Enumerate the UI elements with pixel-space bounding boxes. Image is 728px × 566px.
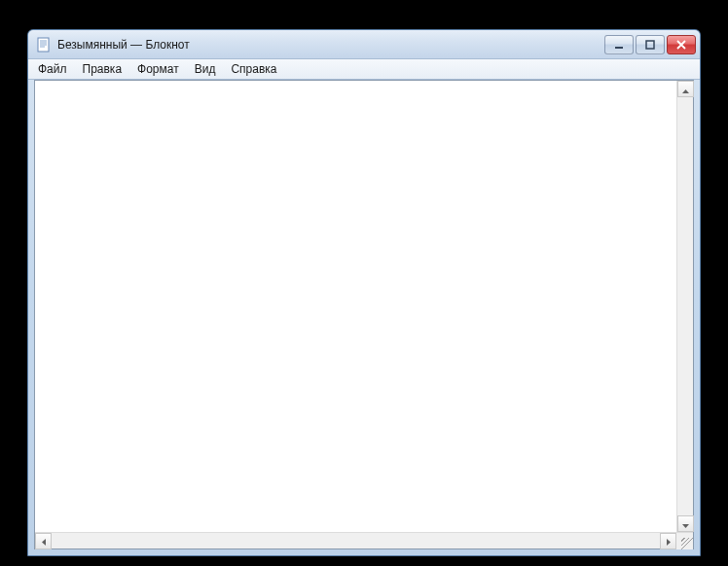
scroll-down-button[interactable] [677, 515, 694, 532]
window-title: Безымянный — Блокнот [57, 38, 604, 52]
chevron-right-icon [667, 535, 671, 548]
close-button[interactable] [667, 35, 696, 54]
minimize-button[interactable] [604, 35, 634, 54]
editor-frame [34, 80, 694, 549]
menu-help[interactable]: Справка [223, 59, 284, 79]
grip-icon [681, 538, 693, 549]
svg-rect-5 [615, 47, 623, 49]
menubar: Файл Правка Формат Вид Справка [28, 59, 700, 80]
text-editor[interactable] [35, 81, 676, 532]
menu-edit[interactable]: Правка [75, 59, 130, 79]
scroll-track-vertical[interactable] [677, 97, 693, 515]
maximize-button[interactable] [636, 35, 665, 54]
menu-file[interactable]: Файл [30, 59, 75, 79]
chevron-down-icon [682, 517, 689, 531]
scroll-left-button[interactable] [35, 533, 52, 549]
scroll-track-horizontal[interactable] [52, 533, 660, 548]
resize-grip[interactable] [676, 533, 693, 549]
maximize-icon [645, 40, 655, 50]
close-icon [676, 40, 686, 50]
chevron-left-icon [42, 535, 46, 548]
notepad-window: Безымянный — Блокнот Файл Правка Формат [27, 29, 701, 556]
menu-view[interactable]: Вид [187, 59, 224, 79]
vertical-scrollbar[interactable] [676, 81, 693, 532]
menu-format[interactable]: Формат [129, 59, 187, 79]
notepad-icon [36, 37, 52, 53]
svg-rect-6 [646, 41, 654, 49]
titlebar[interactable]: Безымянный — Блокнот [28, 30, 700, 59]
window-controls [604, 35, 696, 54]
scroll-right-button[interactable] [660, 533, 676, 549]
minimize-icon [614, 40, 624, 50]
scroll-up-button[interactable] [677, 81, 694, 97]
horizontal-scrollbar[interactable] [35, 533, 676, 548]
chevron-up-icon [682, 83, 689, 96]
